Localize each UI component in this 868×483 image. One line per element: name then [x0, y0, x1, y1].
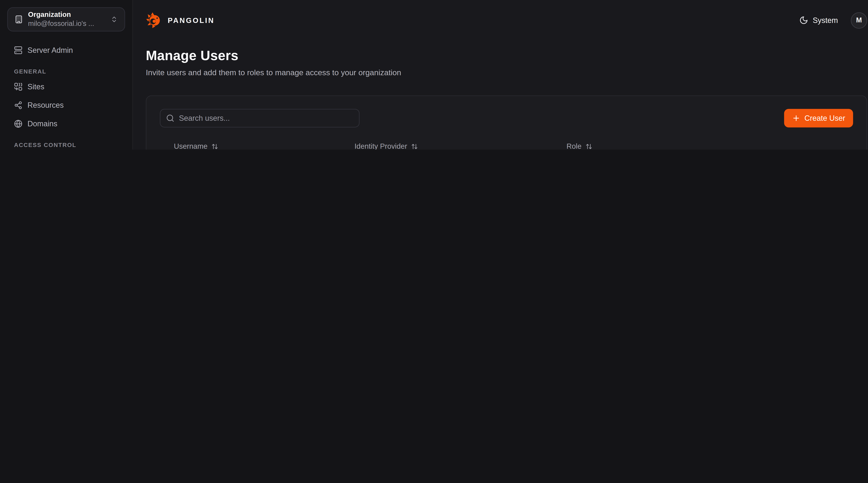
org-switcher[interactable]: Organization milo@fossorial.io's ... — [7, 7, 125, 31]
page-title: Manage Users — [146, 48, 867, 63]
sidebar-item-sites[interactable]: Sites — [14, 80, 124, 93]
globe-icon — [14, 119, 22, 128]
sort-arrows-icon — [585, 143, 592, 149]
building-icon — [14, 15, 23, 24]
app-window: Organization milo@fossorial.io's ... Ser… — [0, 0, 868, 150]
org-switcher-texts: Organization milo@fossorial.io's ... — [28, 10, 105, 28]
sort-identity-provider-button[interactable]: Identity Provider — [340, 142, 418, 149]
create-user-button[interactable]: Create User — [784, 109, 853, 127]
sort-role-button[interactable]: Role — [552, 142, 592, 149]
sort-arrows-icon — [411, 143, 418, 149]
page-subtitle: Invite users and add them to roles to ma… — [146, 68, 867, 77]
create-user-label: Create User — [804, 114, 845, 122]
theme-label: System — [813, 16, 838, 24]
column-header-username: Username — [174, 142, 208, 149]
sidebar: Organization milo@fossorial.io's ... Ser… — [0, 0, 133, 150]
section-label-access-control: ACCESS CONTROL — [14, 141, 124, 148]
server-icon — [14, 46, 22, 54]
sidebar-item-label: Domains — [27, 119, 57, 128]
avatar-initial: M — [856, 16, 862, 24]
search-input[interactable] — [179, 114, 353, 122]
theme-toggle[interactable]: System — [799, 16, 838, 25]
sort-arrows-icon — [212, 143, 218, 149]
sidebar-item-label: Server Admin — [27, 46, 73, 54]
search-box — [160, 109, 360, 127]
table-header-row: Username Identity Provider Role — [160, 134, 853, 149]
sidebar-item-resources[interactable]: Resources — [14, 98, 124, 112]
pangolin-logo-icon — [146, 12, 163, 29]
column-header-identity-provider: Identity Provider — [354, 142, 407, 149]
org-switcher-value: milo@fossorial.io's ... — [28, 19, 105, 28]
sidebar-item-server-admin[interactable]: Server Admin — [14, 43, 124, 57]
sidebar-nav: Server Admin GENERAL Sites Resources Dom — [7, 31, 125, 150]
sidebar-item-label: Sites — [27, 82, 44, 90]
topbar: PANGOLIN System M — [146, 0, 867, 40]
main-area: PANGOLIN System M Manage Users Invite us… — [133, 0, 868, 150]
org-switcher-label: Organization — [28, 10, 105, 19]
sidebar-item-domains[interactable]: Domains — [14, 117, 124, 130]
sidebar-item-label: Resources — [27, 101, 64, 109]
card-toolbar: Create User — [160, 109, 853, 127]
share-nodes-icon — [14, 101, 22, 109]
section-label-general: GENERAL — [14, 68, 124, 75]
avatar[interactable]: M — [851, 12, 867, 28]
plus-icon — [792, 114, 801, 122]
topbar-right: System M — [799, 12, 867, 28]
users-table: Username Identity Provider Role — [160, 134, 853, 149]
users-card: Create User Username Identity Provider — [146, 95, 867, 149]
moon-icon — [799, 16, 808, 25]
chevrons-up-down-icon — [111, 16, 118, 23]
brand: PANGOLIN — [146, 12, 215, 29]
sort-username-button[interactable]: Username — [160, 142, 218, 149]
column-header-role: Role — [566, 142, 581, 149]
brand-name: PANGOLIN — [168, 16, 215, 24]
search-icon — [166, 114, 174, 122]
combine-icon — [14, 82, 22, 90]
